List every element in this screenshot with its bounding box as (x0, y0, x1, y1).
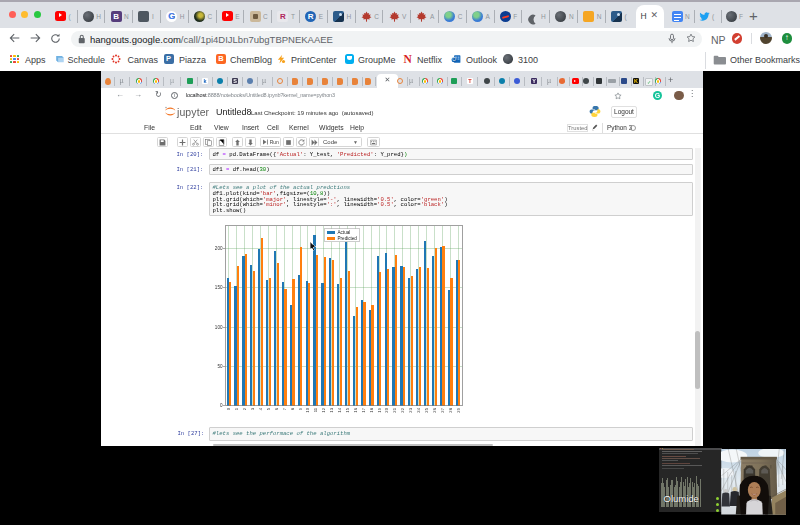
svg-text:11: 11 (313, 407, 318, 412)
svg-text:18: 18 (369, 407, 374, 412)
svg-text:50: 50 (217, 364, 223, 369)
svg-text:13: 13 (329, 407, 334, 412)
svg-text:26: 26 (432, 407, 437, 412)
svg-text:29: 29 (456, 407, 461, 412)
svg-text:14: 14 (337, 407, 342, 412)
svg-text:25: 25 (424, 407, 429, 412)
svg-text:1: 1 (234, 407, 239, 410)
svg-text:19: 19 (377, 407, 382, 412)
svg-text:21: 21 (392, 407, 397, 412)
svg-text:10: 10 (305, 407, 310, 412)
svg-text:22: 22 (400, 407, 405, 412)
svg-text:200: 200 (215, 246, 223, 251)
svg-text:150: 150 (215, 285, 223, 290)
svg-text:27: 27 (440, 407, 445, 412)
svg-text:28: 28 (448, 407, 453, 412)
svg-text:0: 0 (220, 403, 223, 408)
svg-text:100: 100 (215, 325, 223, 330)
svg-text:Predicted: Predicted (338, 236, 358, 241)
svg-text:12: 12 (321, 407, 326, 412)
svg-text:16: 16 (353, 407, 358, 412)
svg-text:23: 23 (408, 407, 413, 412)
svg-text:O: O (452, 57, 456, 62)
svg-text:24: 24 (416, 407, 421, 412)
svg-text:Actual: Actual (338, 230, 351, 235)
svg-text:20: 20 (384, 407, 389, 412)
svg-text:17: 17 (361, 407, 366, 412)
svg-text:15: 15 (345, 407, 350, 412)
